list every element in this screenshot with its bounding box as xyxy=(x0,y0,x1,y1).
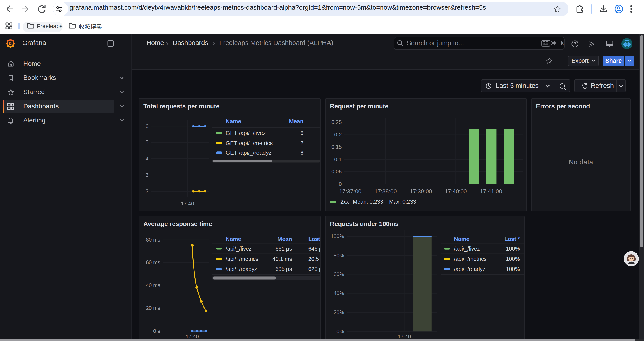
svg-text:0.15: 0.15 xyxy=(332,144,342,150)
svg-text:6: 6 xyxy=(146,123,148,129)
svg-text:4: 4 xyxy=(146,156,148,162)
svg-text:100%: 100% xyxy=(506,266,520,272)
svg-text:/api/_/readyz: /api/_/readyz xyxy=(226,266,257,272)
svg-text:6: 6 xyxy=(300,149,303,156)
svg-text:60 ms: 60 ms xyxy=(146,259,160,265)
svg-text:6: 6 xyxy=(300,130,303,136)
svg-text:0.05: 0.05 xyxy=(332,169,342,174)
svg-text:0.1: 0.1 xyxy=(334,156,342,162)
svg-text:3: 3 xyxy=(146,172,148,178)
svg-text:17:40: 17:40 xyxy=(181,201,194,206)
svg-text:Mean: Mean xyxy=(278,236,292,242)
svg-text:/api/_/livez: /api/_/livez xyxy=(454,245,480,252)
svg-text:Name: Name xyxy=(454,236,470,242)
svg-text:60%: 60% xyxy=(334,271,344,277)
svg-text:17:41:00: 17:41:00 xyxy=(480,188,502,195)
svg-text:20.5 ms: 20.5 ms xyxy=(308,256,320,262)
svg-text:605 µs: 605 µs xyxy=(275,266,292,272)
svg-text:Max: 0.233: Max: 0.233 xyxy=(389,199,416,205)
svg-text:0%: 0% xyxy=(336,328,344,334)
svg-text:5: 5 xyxy=(146,139,148,145)
svg-text:/api/_/livez: /api/_/livez xyxy=(226,245,252,252)
svg-text:80 ms: 80 ms xyxy=(146,237,160,243)
svg-text:Name: Name xyxy=(226,118,241,125)
svg-text:20%: 20% xyxy=(334,309,344,315)
svg-text:0 s: 0 s xyxy=(153,328,160,334)
svg-text:2: 2 xyxy=(300,140,303,146)
svg-text:17:39:00: 17:39:00 xyxy=(410,188,432,195)
svg-text:Last *: Last * xyxy=(504,236,520,242)
svg-text:/api/_/metrics: /api/_/metrics xyxy=(454,256,486,262)
svg-text:17:37:00: 17:37:00 xyxy=(339,188,361,195)
svg-text:646 µs: 646 µs xyxy=(308,245,320,252)
svg-text:100%: 100% xyxy=(331,233,344,239)
svg-text:Mean: Mean xyxy=(289,118,303,125)
svg-text:620 µs: 620 µs xyxy=(308,266,320,272)
svg-text:GET /api/_/metrics: GET /api/_/metrics xyxy=(226,140,273,146)
svg-text:100%: 100% xyxy=(506,256,520,262)
svg-text:40 ms: 40 ms xyxy=(146,282,160,288)
svg-text:Mean: 0.233: Mean: 0.233 xyxy=(353,199,383,205)
svg-text:17:40:00: 17:40:00 xyxy=(445,188,467,195)
svg-text:Name: Name xyxy=(226,236,241,242)
svg-text:GET /api/_/readyz: GET /api/_/readyz xyxy=(226,149,272,156)
svg-text:GET /api/_/livez: GET /api/_/livez xyxy=(226,130,266,136)
svg-text:40.1 ms: 40.1 ms xyxy=(272,256,292,262)
svg-text:/api/_/metrics: /api/_/metrics xyxy=(226,256,258,262)
svg-text:2: 2 xyxy=(146,188,148,194)
svg-text:0: 0 xyxy=(339,181,342,187)
svg-text:100%: 100% xyxy=(506,245,520,252)
svg-text:20 ms: 20 ms xyxy=(146,305,160,311)
svg-text:0.2: 0.2 xyxy=(334,132,342,138)
svg-text:80%: 80% xyxy=(334,253,344,258)
svg-text:40%: 40% xyxy=(334,290,344,296)
svg-text:661 µs: 661 µs xyxy=(275,245,292,252)
svg-text:17:38:00: 17:38:00 xyxy=(374,188,396,195)
svg-text:Last *: Last * xyxy=(308,236,320,242)
svg-text:0.25: 0.25 xyxy=(332,119,342,125)
svg-text:2xx: 2xx xyxy=(340,199,349,205)
svg-text:/api/_/readyz: /api/_/readyz xyxy=(454,266,485,272)
